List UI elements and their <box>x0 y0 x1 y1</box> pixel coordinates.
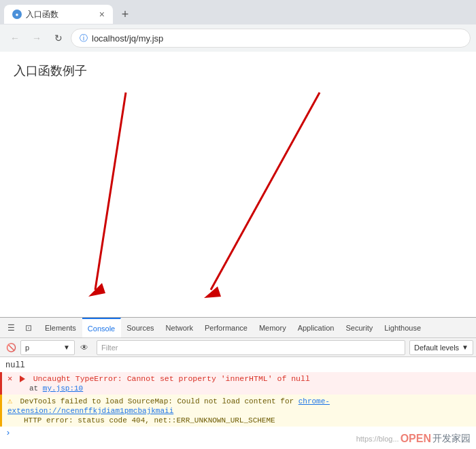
forward-button[interactable]: → <box>27 29 46 48</box>
error-main-text: Uncaught TypeError: Cannot set property … <box>33 374 310 383</box>
default-levels-dropdown[interactable]: Default levels ▼ <box>409 340 473 355</box>
warning-sub-text: HTTP error: status code 404, net::ERR_UN… <box>24 416 275 425</box>
devtools-left-icons: ☰ ⊡ <box>0 320 39 336</box>
clear-console-button[interactable]: 🚫 <box>3 340 19 355</box>
svg-line-2 <box>211 93 320 290</box>
warning-icon: ⚠ <box>7 397 12 406</box>
console-eye-btn[interactable]: 👁 <box>76 340 92 355</box>
console-output: null ✕ Uncaught TypeError: Cannot set pr… <box>0 357 476 441</box>
svg-marker-3 <box>204 286 221 298</box>
console-log-null: null <box>0 359 476 372</box>
tab-bar: ● 入口函数 × + <box>0 0 476 24</box>
svg-marker-1 <box>88 283 105 297</box>
console-warning-line: ⚠ DevTools failed to load SourceMap: Cou… <box>0 395 476 427</box>
page-heading: 入口函数例子 <box>14 63 462 79</box>
console-error-line: ✕ Uncaught TypeError: Cannot set propert… <box>0 372 476 395</box>
address-bar[interactable]: ⓘ localhost/jq/my.jsp <box>71 29 471 48</box>
refresh-button[interactable]: ↻ <box>49 29 68 48</box>
error-link[interactable]: my.jsp:10 <box>43 384 83 393</box>
tab-performance[interactable]: Performance <box>199 318 254 337</box>
back-button[interactable]: ← <box>5 29 24 48</box>
error-sub-text: at my.jsp:10 <box>29 384 83 393</box>
default-levels-text: Default levels <box>414 344 459 352</box>
arrows-overlay <box>0 52 476 317</box>
devtools-inspect-icon[interactable]: ⊡ <box>20 320 37 336</box>
console-input-dropdown[interactable]: ▼ <box>63 344 70 351</box>
tab-close-button[interactable]: × <box>99 9 105 20</box>
active-tab[interactable]: ● 入口函数 × <box>4 5 113 24</box>
refresh-icon: ↻ <box>54 33 63 44</box>
console-input-text: p <box>25 344 29 352</box>
lock-icon: ⓘ <box>80 33 88 44</box>
console-filter-input[interactable]: Filter <box>97 340 405 355</box>
error-icon: ✕ <box>7 374 12 384</box>
tab-console[interactable]: Console <box>82 318 121 337</box>
browser-chrome: ● 入口函数 × + ← → ↻ ⓘ localhost/jq/my.jsp <box>0 0 476 52</box>
tab-network[interactable]: Network <box>160 318 199 337</box>
forward-icon: → <box>32 33 41 44</box>
page-content: 入口函数例子 <box>0 52 476 317</box>
tab-sources[interactable]: Sources <box>121 318 160 337</box>
tab-elements[interactable]: Elements <box>39 318 82 337</box>
devtools-panel: ☰ ⊡ Elements Console Sources Network Per… <box>0 317 476 449</box>
svg-line-0 <box>95 93 126 290</box>
new-tab-button[interactable]: + <box>116 5 135 24</box>
tab-title: 入口函数 <box>26 9 58 20</box>
tab-lighthouse[interactable]: Lighthouse <box>379 318 427 337</box>
nav-bar: ← → ↻ ⓘ localhost/jq/my.jsp <box>0 24 476 52</box>
watermark-dev-text: 开发家园 <box>432 433 471 445</box>
tab-favicon: ● <box>12 10 22 19</box>
watermark-url: https://blog... <box>356 435 399 443</box>
warning-main-text: DevTools failed to load SourceMap: Could… <box>20 397 298 405</box>
console-toolbar: 🚫 p ▼ 👁 Filter Default levels ▼ <box>0 338 476 357</box>
tab-security[interactable]: Security <box>340 318 379 337</box>
tab-memory[interactable]: Memory <box>254 318 292 337</box>
filter-placeholder-text: Filter <box>101 344 118 352</box>
prompt-arrow-icon: › <box>5 428 11 438</box>
url-text: localhost/jq/my.jsp <box>92 33 163 44</box>
back-icon: ← <box>10 33 20 44</box>
watermark: https://blog... OPEN 开发家园 <box>356 433 471 445</box>
default-levels-arrow-icon: ▼ <box>462 344 469 351</box>
null-text: null <box>5 361 25 370</box>
devtools-menu-icon[interactable]: ☰ <box>3 320 19 336</box>
tab-application[interactable]: Application <box>292 318 341 337</box>
devtools-tabs: ☰ ⊡ Elements Console Sources Network Per… <box>0 318 476 338</box>
watermark-open-text: OPEN <box>401 433 431 445</box>
console-input-wrapper[interactable]: p ▼ <box>20 340 75 355</box>
expand-triangle-icon[interactable] <box>20 376 25 382</box>
